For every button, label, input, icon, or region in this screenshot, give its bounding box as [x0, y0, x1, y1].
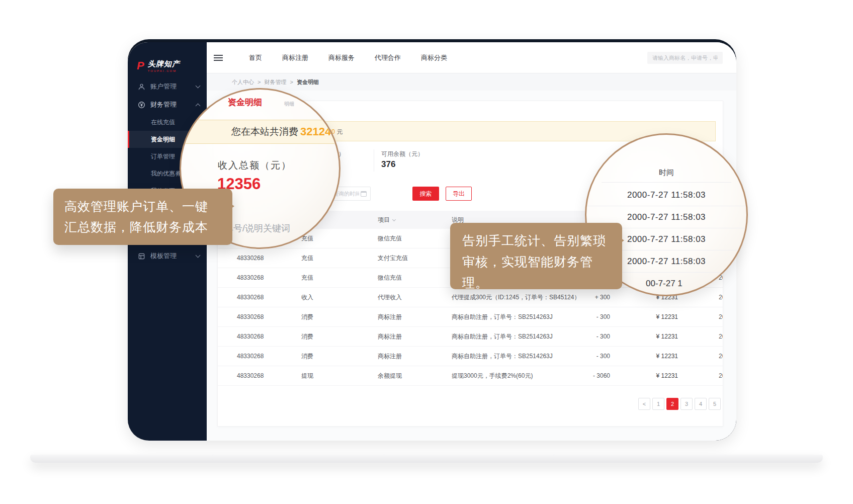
cell-project: 商标注册 — [378, 347, 402, 366]
cell-amount: - 300 — [565, 307, 610, 327]
table-row[interactable]: 48330268 消费 商标注册 商标自助注册，订单号：SB2514263J -… — [218, 327, 723, 347]
breadcrumb: 个人中心 > 财务管理 > 资金明细 — [207, 73, 736, 91]
cell-project: 微信充值 — [378, 229, 402, 248]
callout-line: 告别手工统计、告别繁琐 — [462, 230, 610, 251]
column-header-project[interactable]: 项目 — [378, 211, 395, 229]
sidebar-item-label: 财务管理 — [150, 100, 177, 109]
pagination-page-2-active[interactable]: 2 — [666, 398, 678, 410]
logo-title: 头牌知产 — [148, 59, 180, 69]
cell-type: 消费 — [301, 307, 313, 327]
sort-caret-icon — [392, 218, 396, 221]
export-button[interactable]: 导出 — [446, 187, 472, 201]
callout-line: 高效管理账户订单、一键 — [64, 196, 221, 217]
sidebar-item-template[interactable]: 模板管理 — [128, 247, 207, 265]
cell-amount: - 3060 — [565, 366, 610, 386]
logo: P 头牌知产 TOUPAI.COM — [128, 42, 207, 77]
nav-tab-trademark-category[interactable]: 商标分类 — [421, 53, 447, 62]
user-icon — [138, 83, 145, 91]
cell-type: 充值 — [301, 268, 313, 288]
calendar-icon — [361, 191, 367, 197]
pagination-next-button[interactable]: > — [723, 398, 723, 410]
cell-type: 消费 — [301, 347, 313, 366]
magnified-time-row-partial: 00-7-27 1 — [646, 274, 683, 294]
breadcrumb-separator: > — [258, 79, 261, 85]
cell-type: 提现 — [301, 366, 313, 386]
magnified-income-label: 收入总额（元） — [218, 159, 292, 172]
nav-tab-agency[interactable]: 代理合作 — [375, 53, 401, 62]
callout-line: 理。 — [462, 272, 610, 293]
template-icon — [138, 253, 145, 260]
cell-balance: ¥ 12231 — [633, 307, 678, 327]
cell-project: 支付宝充值 — [378, 248, 408, 268]
cell-desc: 商标自助注册，订单号：SB2514263J — [452, 347, 553, 366]
breadcrumb-item-current: 资金明细 — [297, 78, 319, 86]
cell-project: 余额提现 — [378, 366, 402, 386]
nav-tab-home[interactable]: 首页 — [249, 53, 262, 62]
cell-time: 2000-7-27 11:58:03 — [719, 307, 723, 327]
cell-project: 微信充值 — [378, 268, 402, 288]
cell-desc: 商标自助注册，订单号：SB2514263J — [452, 307, 553, 327]
cell-order: 48330268 — [237, 288, 264, 307]
divider — [602, 182, 731, 183]
cell-order: 48330268 — [237, 268, 264, 288]
laptop-base — [30, 455, 823, 463]
sidebar-item-label: 模板管理 — [150, 251, 177, 261]
table-row[interactable]: 48330268 消费 商标注册 商标自助注册，订单号：SB2514263J -… — [218, 347, 723, 366]
top-navbar: 首页 商标注册 商标服务 代理合作 商标分类 — [207, 42, 736, 73]
magnified-banner: 您在本站共消费 32124 大 — [180, 120, 340, 144]
magnified-time-header: 时间 — [586, 163, 746, 182]
pagination-page-4[interactable]: 4 — [695, 398, 707, 410]
finance-icon — [138, 101, 145, 109]
cell-project: 商标注册 — [378, 327, 402, 347]
cell-time: 2000-7-27 11:58:03 — [719, 366, 723, 386]
magnified-banner-value: 32124 — [300, 125, 331, 138]
cell-amount: - 300 — [565, 327, 610, 347]
available-balance-value: 376 — [381, 159, 395, 170]
breadcrumb-item[interactable]: 个人中心 — [232, 78, 254, 86]
cell-amount: - 300 — [565, 347, 610, 366]
breadcrumb-separator: > — [290, 79, 293, 85]
callout-line: 审核，实现智能财务管 — [462, 251, 610, 272]
chevron-down-icon — [196, 83, 201, 89]
table-row[interactable]: 48330268 提现 余额提现 提现3000元，手续费2%(60元) - 30… — [218, 366, 723, 386]
magnified-tab-fragment: 明细 — [284, 101, 294, 108]
search-button[interactable]: 搜索 — [412, 187, 439, 201]
cell-time: 2000-7-27 11:58:03 — [719, 327, 723, 347]
pagination: < 1 2 3 4 5 > — [638, 398, 723, 410]
available-balance-label: 可用余额（元） — [381, 150, 423, 158]
cell-order: 48330268 — [237, 327, 264, 347]
cell-project: 代理收入 — [378, 288, 402, 307]
logo-subtitle: TOUPAI.COM — [148, 69, 180, 72]
cell-order: 48330268 — [237, 366, 264, 386]
cell-order: 48330268 — [237, 347, 264, 366]
pagination-page-3[interactable]: 3 — [680, 398, 693, 410]
chevron-up-icon — [196, 103, 201, 108]
cell-balance: ¥ 12231 — [633, 366, 678, 386]
cell-time: 2000-7-27 11:58:03 — [719, 288, 723, 307]
sidebar-item-label: 账户管理 — [150, 82, 177, 91]
callout-right: 告别手工统计、告别繁琐 审核，实现智能财务管 理。 — [450, 223, 622, 289]
pagination-page-1[interactable]: 1 — [652, 398, 664, 410]
sidebar-item-account[interactable]: 账户管理 — [128, 77, 207, 96]
menu-icon[interactable] — [214, 53, 223, 62]
magnified-tab-label: 资金明细 — [228, 97, 262, 108]
chevron-down-icon — [196, 253, 201, 258]
breadcrumb-item[interactable]: 财务管理 — [264, 78, 286, 86]
sidebar-item-finance[interactable]: 财务管理 — [128, 96, 207, 114]
cell-type: 充值 — [301, 248, 313, 268]
cell-type: 消费 — [301, 327, 313, 347]
logo-icon: P — [137, 59, 144, 72]
nav-tab-trademark-register[interactable]: 商标注册 — [282, 53, 308, 62]
pagination-page-5[interactable]: 5 — [709, 398, 721, 410]
magnified-banner-prefix: 您在本站共消费 — [231, 125, 298, 138]
table-row[interactable]: 48330268 消费 商标注册 商标自助注册，订单号：SB2514263J -… — [218, 307, 723, 327]
pagination-prev-button[interactable]: < — [638, 398, 650, 410]
cell-project: 商标注册 — [378, 307, 402, 327]
nav-tab-trademark-service[interactable]: 商标服务 — [328, 53, 355, 62]
magnified-time-row: 2000-7-27 11:58:03 — [586, 184, 746, 206]
cell-order: 48330268 — [237, 307, 264, 327]
trademark-search-input[interactable] — [647, 52, 723, 64]
cell-desc: 提现3000元，手续费2%(60元) — [452, 366, 533, 386]
cell-order: 48330268 — [237, 248, 264, 268]
stat-divider — [374, 149, 374, 172]
